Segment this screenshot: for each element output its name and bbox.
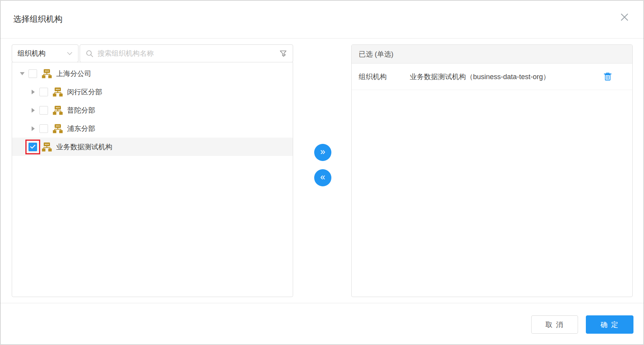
checkbox-unchecked[interactable] <box>28 69 37 78</box>
trash-icon <box>603 72 612 81</box>
close-icon <box>620 12 629 22</box>
checkbox-unchecked[interactable] <box>39 106 48 115</box>
category-select[interactable]: 组织机构 <box>12 44 78 62</box>
selected-row-category: 组织机构 <box>359 72 410 81</box>
move-right-button[interactable]: » <box>314 144 331 161</box>
search-input[interactable] <box>98 50 275 58</box>
checkbox-unchecked[interactable] <box>39 124 48 133</box>
confirm-button[interactable]: 确 定 <box>586 315 633 334</box>
tree-item-label[interactable]: 浦东分部 <box>67 124 95 133</box>
caret-collapsed-icon[interactable] <box>28 90 38 94</box>
tree-item-label[interactable]: 闵行区分部 <box>67 87 102 97</box>
caret-collapsed-icon[interactable] <box>28 108 38 113</box>
category-select-value: 组织机构 <box>18 49 46 58</box>
tree-item-label[interactable]: 普陀分部 <box>67 106 95 115</box>
tree-row-minhang[interactable]: 闵行区分部 <box>12 83 293 101</box>
tree-row-putuo[interactable]: 普陀分部 <box>12 101 293 119</box>
search-icon <box>85 50 94 58</box>
tree-item-label[interactable]: 业务数据测试机构 <box>56 142 112 152</box>
tree-row-shanghai[interactable]: 上海分公司 <box>12 64 293 83</box>
org-chart-icon <box>53 124 63 133</box>
org-tree-panel: 上海分公司 闵行区分部 普陀分部 浦东分部 业务数据测试机构 <box>12 62 293 297</box>
caret-collapsed-icon[interactable] <box>28 126 38 131</box>
cancel-button[interactable]: 取 消 <box>531 315 578 334</box>
chevron-down-icon <box>67 51 73 55</box>
org-chart-icon <box>42 142 52 152</box>
delete-button[interactable] <box>603 72 613 82</box>
selected-row-value: 业务数据测试机构（business-data-test-org） <box>410 72 603 81</box>
close-button[interactable] <box>618 11 631 24</box>
checkbox-unchecked[interactable] <box>39 88 48 96</box>
caret-expanded-icon[interactable] <box>18 72 27 75</box>
tree-row-business-data-test[interactable]: 业务数据测试机构 <box>12 138 293 156</box>
double-chevron-left-icon: « <box>320 173 326 182</box>
selected-row: 组织机构 业务数据测试机构（business-data-test-org） <box>352 64 632 90</box>
search-box[interactable] <box>80 44 293 62</box>
selected-panel-header: 已选 (单选) <box>352 45 632 64</box>
org-chart-icon <box>53 87 63 97</box>
double-chevron-right-icon: » <box>320 147 326 156</box>
selected-panel: 已选 (单选) 组织机构 业务数据测试机构（business-data-test… <box>351 44 633 297</box>
move-left-button[interactable]: « <box>314 169 331 186</box>
tree-row-pudong[interactable]: 浦东分部 <box>12 119 293 138</box>
title-divider <box>0 38 644 39</box>
org-chart-icon <box>53 106 63 115</box>
org-chart-icon <box>42 69 52 78</box>
filter-funnel-icon[interactable] <box>279 50 287 58</box>
selected-panel-header-label: 已选 (单选) <box>359 50 393 59</box>
checkbox-checked[interactable] <box>28 143 37 151</box>
dialog-title: 选择组织机构 <box>13 14 62 25</box>
tree-item-label[interactable]: 上海分公司 <box>56 69 91 78</box>
footer-divider <box>0 303 644 303</box>
